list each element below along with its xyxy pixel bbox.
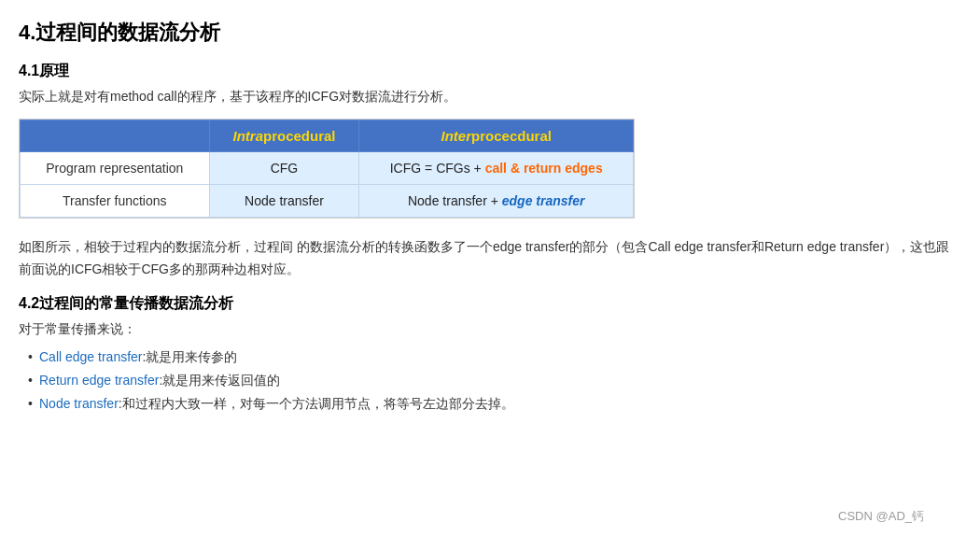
list-item-node-transfer-key: Node transfer <box>39 396 119 411</box>
list-item-return-edge-text: :就是用来传返回值的 <box>159 373 280 388</box>
page-container: 4.过程间的数据流分析 4.1原理 实际上就是对有method call的程序，… <box>19 19 952 542</box>
list-item-node-transfer-text: :和过程内大致一样，对每一个方法调用节点，将等号左边部分去掉。 <box>119 396 514 411</box>
section41-title: 4.1原理 <box>19 62 952 81</box>
row-label-transfer-fn: Transfer functions <box>21 185 210 218</box>
list-item-node-transfer: Node transfer:和过程内大致一样，对每一个方法调用节点，将等号左边部… <box>28 392 952 416</box>
procecdural-normal: procecdural <box>471 128 552 144</box>
section42-subtitle: 对于常量传播来说： <box>19 321 952 338</box>
section41-subtitle: 实际上就是对有method call的程序，基于该程序的ICFG对数据流进行分析… <box>19 89 952 106</box>
row-icfg: ICFG = CFGs + call & return edges <box>359 152 634 185</box>
table-row-transfer-fn: Transfer functions Node transfer Node tr… <box>21 185 634 218</box>
comparison-table: Intraprocedural Interprocecdural Program… <box>20 120 634 218</box>
row-cfg: CFG <box>209 152 359 185</box>
inter-italic: Inter <box>441 128 472 144</box>
table-header-interprocedural: Interprocecdural <box>359 120 634 152</box>
table-row-program-rep: Program representation CFG ICFG = CFGs +… <box>21 152 634 185</box>
section42-title: 4.2过程间的常量传播数据流分析 <box>19 294 952 314</box>
table-header-empty <box>21 120 210 152</box>
icfg-highlight: call & return edges <box>485 161 603 176</box>
row-label-program-rep: Program representation <box>21 152 210 185</box>
row-node-transfer: Node transfer <box>209 185 359 218</box>
procedural-normal: procedural <box>263 128 336 144</box>
watermark: CSDN @AD_钙 <box>838 508 924 525</box>
table-header-row: Intraprocedural Interprocecdural <box>21 120 634 152</box>
table-header-intraprocedural: Intraprocedural <box>209 120 359 152</box>
list-item-call-edge-key: Call edge transfer <box>39 349 143 364</box>
body-text-content: 如图所示，相较于过程内的数据流分析，过程间 的数据流分析的转换函数多了一个edg… <box>19 239 949 276</box>
bullet-list: Call edge transfer:就是用来传参的 Return edge t… <box>19 346 952 417</box>
row-node-edge-transfer: Node transfer + edge transfer <box>359 185 634 218</box>
main-title: 4.过程间的数据流分析 <box>19 19 952 47</box>
icfg-pre: ICFG = CFGs + <box>390 161 485 176</box>
list-item-return-edge-key: Return edge transfer <box>39 373 159 388</box>
body-text: 如图所示，相较于过程内的数据流分析，过程间 的数据流分析的转换函数多了一个edg… <box>19 236 952 281</box>
comparison-table-wrapper: Intraprocedural Interprocecdural Program… <box>19 119 635 219</box>
edge-transfer-highlight: edge transfer <box>502 193 585 208</box>
list-item-call-edge-text: :就是用来传参的 <box>143 349 238 364</box>
list-item-call-edge: Call edge transfer:就是用来传参的 <box>28 346 952 369</box>
subtitle-42-text: 对于常量传播来说： <box>19 321 136 336</box>
intra-italic: Intra <box>232 128 263 144</box>
list-item-return-edge: Return edge transfer:就是用来传返回值的 <box>28 369 952 392</box>
node-transfer-pre: Node transfer + <box>408 193 502 208</box>
